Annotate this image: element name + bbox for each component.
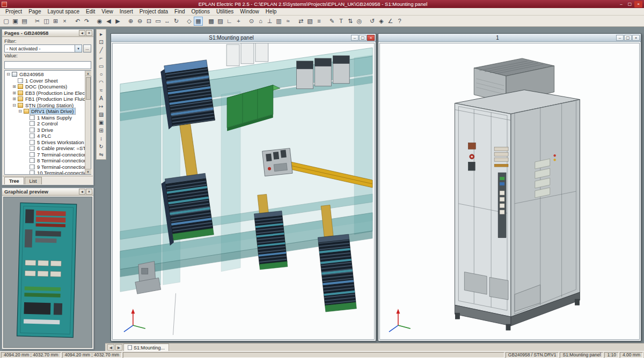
minimize-button[interactable]: – — [617, 1, 625, 8]
settings-icon[interactable]: ◎ — [355, 17, 364, 26]
tree-expander-icon[interactable]: ⊞ — [12, 84, 17, 89]
menu-item[interactable]: Utilities — [213, 9, 237, 14]
scroll-thumb[interactable] — [86, 77, 91, 100]
connections-icon[interactable]: ⇄ — [296, 17, 305, 26]
mirror-tool-icon[interactable]: ⇋ — [97, 151, 105, 159]
translate-icon[interactable]: T — [336, 17, 346, 26]
tree-item[interactable]: ⊟ DRV1 (Main Drive) — [5, 108, 85, 115]
reports-icon[interactable]: ▧ — [305, 17, 314, 26]
layout-space-navigator-icon[interactable]: ◇ — [185, 17, 194, 26]
zoom-area-icon[interactable]: ⊡ — [97, 38, 105, 46]
redraw-icon[interactable]: ↻ — [172, 17, 181, 26]
circle-tool-icon[interactable]: ○ — [97, 70, 105, 78]
tree-item[interactable]: ⊞ DOC (Documents) — [5, 84, 85, 90]
move-tool-icon[interactable]: ↕ — [97, 135, 105, 143]
tree-item[interactable]: 7 Terminal-connection d... — [5, 152, 85, 158]
spline-tool-icon[interactable]: ≈ — [97, 86, 105, 94]
menu-item[interactable]: Window — [237, 9, 262, 14]
tree-item[interactable]: 1 Cover Sheet — [5, 78, 85, 84]
zoom-in-icon[interactable]: ⊕ — [126, 17, 135, 26]
filter-combobox[interactable]: - Not activated - ▾ — [4, 44, 82, 53]
scroll-down-icon[interactable]: ▼ — [85, 169, 91, 174]
chevron-down-icon[interactable]: ▾ — [75, 45, 82, 52]
insert-device-icon[interactable]: ⌂ — [256, 17, 265, 26]
coordinate-input-icon[interactable]: + — [234, 17, 243, 26]
delete-icon[interactable]: × — [60, 17, 69, 26]
terminal-strip-icon[interactable]: ⊥ — [265, 17, 274, 26]
viewport-close-button[interactable]: × — [632, 35, 640, 41]
viewport-window-icon[interactable]: ▦ — [194, 17, 203, 26]
viewport-close-button[interactable]: × — [367, 35, 375, 41]
tree-scrollbar[interactable]: ▲ ▼ — [85, 71, 91, 174]
cable-icon[interactable]: ≈ — [283, 17, 292, 26]
ortho-mode-icon[interactable]: ∟ — [225, 17, 234, 26]
panel-close-icon[interactable]: × — [86, 189, 92, 195]
tree-expander-icon[interactable]: ⊟ — [6, 72, 11, 77]
menu-item[interactable]: Find — [171, 9, 188, 14]
scroll-up-icon[interactable]: ▲ — [85, 71, 91, 76]
menu-item[interactable]: Project — [2, 9, 25, 14]
print-icon[interactable]: ▤ — [20, 17, 29, 26]
dimension-tool-icon[interactable]: ↦ — [97, 102, 105, 110]
filter-browse-button[interactable]: ... — [83, 44, 91, 53]
zoom-fit-icon[interactable]: ▭ — [153, 17, 163, 26]
zoom-window-icon[interactable]: ⊡ — [144, 17, 153, 26]
tree-item[interactable]: 4 PLC — [5, 133, 85, 139]
maximize-button[interactable]: ▢ — [626, 1, 634, 8]
tree-item[interactable]: 1 Mains Supply — [5, 115, 85, 121]
sync-project-icon[interactable]: ⇅ — [346, 17, 355, 26]
tree-expander-icon[interactable]: ⊟ — [18, 109, 23, 114]
tree-item[interactable]: ⊞ FB1 (Production Line Fluid) — [5, 96, 85, 102]
tree-item[interactable]: 8 Terminal-connection d... — [5, 158, 85, 164]
plc-icon[interactable]: ▥ — [274, 17, 283, 26]
paste-icon[interactable]: ⊞ — [51, 17, 60, 26]
panel-pin-icon[interactable]: ◂ — [79, 30, 85, 36]
menu-item[interactable]: View — [98, 9, 116, 14]
parts-list-icon[interactable]: ≡ — [314, 17, 324, 26]
tab-list[interactable]: List — [25, 177, 42, 184]
menu-item[interactable]: Project data — [136, 9, 171, 14]
mounting-panel-canvas[interactable] — [112, 43, 375, 340]
tree-expander-icon[interactable]: ⊞ — [12, 91, 17, 95]
line-tool-icon[interactable]: ╱ — [97, 46, 105, 54]
viewport-maximize-button[interactable]: ▢ — [624, 35, 632, 41]
new-icon[interactable]: ▢ — [2, 17, 11, 26]
text-tool-icon[interactable]: A — [97, 94, 105, 102]
snap-to-grid-icon[interactable]: ▨ — [216, 17, 225, 26]
tree-item[interactable]: 6 Cable preview: =STN+ — [5, 145, 85, 152]
group-tool-icon[interactable]: ⊞ — [97, 126, 105, 135]
undo-icon[interactable]: ↶ — [73, 17, 82, 26]
measure-icon[interactable]: ∠ — [386, 17, 395, 26]
tab-tree[interactable]: Tree — [4, 177, 24, 184]
close-button[interactable]: × — [634, 1, 642, 8]
insert-symbol-icon[interactable]: ⊙ — [247, 17, 256, 26]
menu-item[interactable]: Insert — [116, 9, 136, 14]
tree-expander-icon[interactable]: ⊟ — [12, 103, 17, 108]
viewport-left-titlebar[interactable]: S1:Mounting panel – ▢ × — [111, 34, 376, 42]
mounting-panel-3d-scene[interactable] — [113, 43, 374, 339]
tree-item[interactable]: 3 Drive — [5, 127, 85, 133]
rotate-view-icon[interactable]: ↺ — [368, 17, 377, 26]
tree-item[interactable]: 9 Terminal-connection d... — [5, 164, 85, 170]
zoom-out-icon[interactable]: ⊖ — [135, 17, 144, 26]
viewport-maximize-button[interactable]: ▢ — [359, 35, 367, 41]
panel-close-icon[interactable]: × — [86, 30, 92, 36]
enclosure-canvas[interactable] — [379, 43, 640, 340]
selection-tool-icon[interactable]: ▸ — [97, 30, 105, 38]
insert-image-icon[interactable]: ▣ — [97, 118, 105, 126]
panel-pin-icon[interactable]: ◂ — [79, 189, 85, 195]
next-page-icon[interactable]: ▶ — [113, 17, 122, 26]
tab-scroll-right-icon[interactable]: ▶ — [115, 344, 122, 350]
viewport-right-titlebar[interactable]: 1 – ▢ × — [378, 34, 641, 42]
arc-tool-icon[interactable]: ◠ — [97, 78, 105, 86]
menu-item[interactable]: Layout space — [44, 9, 83, 14]
polyline-tool-icon[interactable]: ⌐ — [97, 54, 105, 62]
value-input[interactable] — [4, 61, 91, 69]
menu-item[interactable]: Edit — [83, 9, 98, 14]
viewport-minimize-button[interactable]: – — [616, 35, 624, 41]
menu-item[interactable]: Help — [262, 9, 280, 14]
previous-page-icon[interactable]: ◀ — [104, 17, 113, 26]
hatch-tool-icon[interactable]: ▨ — [97, 110, 105, 118]
enclosure-3d-scene[interactable] — [380, 43, 639, 339]
help-icon[interactable]: ? — [395, 17, 404, 26]
